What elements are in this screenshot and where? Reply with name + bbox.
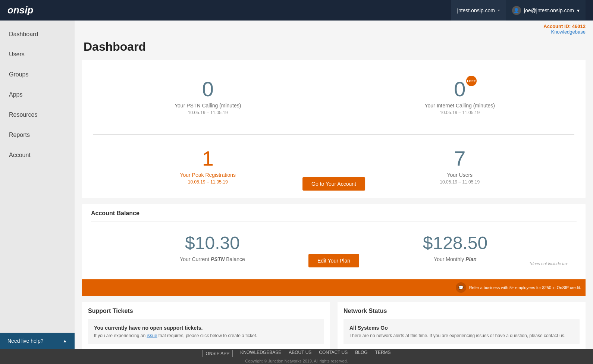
header: onsip jntest.onsip.com ▾ 👤 joe@jntest.on… <box>0 0 593 21</box>
balance-title: Account Balance <box>91 210 577 222</box>
pstn-balance-box: $10.30 Your Current PSTN Balance <box>91 222 334 273</box>
domain-label: jntest.onsip.com <box>457 7 495 13</box>
ticket-box: You currently have no open support ticke… <box>88 319 324 344</box>
peak-registrations-stat: 1 Your Peak Registrations 10.05.19 – 11.… <box>82 135 334 198</box>
sidebar-item-account[interactable]: Account <box>0 145 75 165</box>
footer-link-blog[interactable]: BLOG <box>355 350 367 357</box>
page-title: Dashboard <box>75 36 593 60</box>
ticket-sub-text: If you are experiencing an issue that re… <box>94 333 318 338</box>
sidebar-item-reports[interactable]: Reports <box>0 125 75 145</box>
support-section-title: Support Tickets <box>88 308 324 314</box>
footer-link-about[interactable]: ABOUT US <box>289 350 311 357</box>
header-right: jntest.onsip.com ▾ 👤 joe@jntest.onsip.co… <box>451 0 586 21</box>
no-tax-note: *does not include tax <box>530 261 568 266</box>
all-systems-go: All Systems Go <box>349 325 574 331</box>
go-to-account-button[interactable]: Go to Your Account <box>302 177 365 191</box>
plan-amount: $128.50 <box>423 233 488 253</box>
plan-label: Your Monthly Plan <box>434 256 477 262</box>
internet-label: Your Internet Calling (minutes) <box>424 103 495 109</box>
footer-copyright: Copyright © Junction Networks 2019. All … <box>245 359 348 363</box>
pstn-value: 0 <box>202 79 214 100</box>
balance-card: Account Balance $10.30 Your Current PSTN… <box>82 204 586 279</box>
internet-calling-stat: 0 FREE Your Internet Calling (minutes) 1… <box>334 60 586 134</box>
stats-bottom-row: 1 Your Peak Registrations 10.05.19 – 11.… <box>82 135 586 198</box>
stats-top-row: 0 Your PSTN Calling (minutes) 10.05.19 –… <box>82 60 586 134</box>
main-content: Account ID: 46012 Knowledgebase Dashboar… <box>75 21 593 364</box>
top-meta: Account ID: 46012 Knowledgebase <box>75 21 593 36</box>
user-avatar: 👤 <box>512 6 521 15</box>
user-chevron: ▾ <box>577 7 580 13</box>
registrations-date: 10.05.19 – 11.05.19 <box>188 179 228 185</box>
pstn-label: Your PSTN Calling (minutes) <box>175 103 241 109</box>
sidebar-item-dashboard[interactable]: Dashboard <box>0 24 75 44</box>
users-stat: 7 Your Users 10.05.19 – 11.05.19 <box>334 135 586 198</box>
pstn-calling-stat: 0 Your PSTN Calling (minutes) 10.05.19 –… <box>82 60 334 134</box>
users-date: 10.05.19 – 11.05.19 <box>440 179 480 185</box>
footer-links: ONSIP APP KNOWLEDGEBASE ABOUT US CONTACT… <box>202 350 390 357</box>
footer: ONSIP APP KNOWLEDGEBASE ABOUT US CONTACT… <box>0 349 593 364</box>
no-tickets-message: You currently have no open support ticke… <box>94 325 318 331</box>
pstn-date: 10.05.19 – 11.05.19 <box>188 110 228 115</box>
registrations-label: Your Peak Registrations <box>180 172 236 178</box>
referral-banner[interactable]: 💬 Refer a business with 5+ employees for… <box>82 279 586 296</box>
edit-plan-button[interactable]: Edit Your Plan <box>308 254 359 267</box>
account-id: Account ID: 46012 <box>543 23 586 29</box>
body-wrap: Dashboard Users Groups Apps Resources Re… <box>0 21 593 364</box>
footer-link-contact[interactable]: CONTACT US <box>319 350 348 357</box>
footer-link-knowledgebase[interactable]: KNOWLEDGEBASE <box>240 350 281 357</box>
domain-chevron: ▾ <box>498 8 500 12</box>
sidebar-item-apps[interactable]: Apps <box>0 85 75 105</box>
footer-link-onsip-app[interactable]: ONSIP APP <box>202 350 233 357</box>
user-email: joe@jntest.onsip.com <box>524 7 574 13</box>
users-value: 7 <box>454 148 465 169</box>
internet-value: 0 FREE <box>454 79 465 100</box>
pstn-balance-amount: $10.30 <box>185 233 240 253</box>
balance-content: $10.30 Your Current PSTN Balance $128.50… <box>91 222 577 273</box>
knowledgebase-link[interactable]: Knowledgebase <box>82 29 586 35</box>
referral-text: Refer a business with 5+ employees for $… <box>469 285 581 290</box>
sidebar-item-groups[interactable]: Groups <box>0 65 75 85</box>
sidebar-item-users[interactable]: Users <box>0 44 75 65</box>
network-status-box: All Systems Go There are no network aler… <box>343 319 580 344</box>
users-label: Your Users <box>447 172 473 178</box>
logo: onsip <box>7 4 33 16</box>
live-help-label: Need live help? <box>7 338 44 344</box>
referral-icon: 💬 <box>456 282 466 293</box>
live-help-chevron: ▲ <box>63 338 67 343</box>
stats-card: 0 Your PSTN Calling (minutes) 10.05.19 –… <box>82 60 586 198</box>
sidebar: Dashboard Users Groups Apps Resources Re… <box>0 21 75 364</box>
internet-date: 10.05.19 – 11.05.19 <box>440 110 480 115</box>
pstn-balance-label: Your Current PSTN Balance <box>180 256 245 262</box>
network-section-title: Network Status <box>343 308 580 314</box>
issue-link[interactable]: issue <box>147 333 157 338</box>
free-badge: FREE <box>466 76 477 86</box>
network-status-text: There are no network alerts at this time… <box>349 333 574 338</box>
domain-selector[interactable]: jntest.onsip.com ▾ <box>451 0 506 21</box>
footer-link-terms[interactable]: TERMS <box>375 350 391 357</box>
user-menu[interactable]: 👤 joe@jntest.onsip.com ▾ <box>506 0 586 21</box>
registrations-value: 1 <box>202 148 214 169</box>
live-help-bar[interactable]: Need live help? ▲ <box>0 333 75 349</box>
sidebar-item-resources[interactable]: Resources <box>0 105 75 125</box>
